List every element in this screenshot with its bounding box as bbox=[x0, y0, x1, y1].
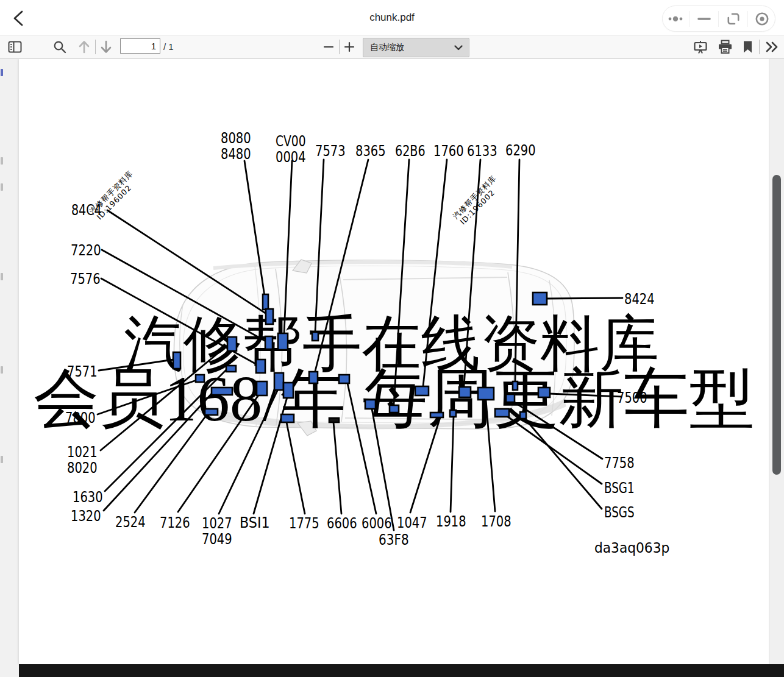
minus-icon bbox=[323, 41, 334, 52]
connector-box-6133 bbox=[459, 387, 471, 397]
label-8080-8480: 8480 bbox=[221, 145, 251, 163]
connector-box-1918 bbox=[450, 410, 456, 417]
connector-box-1630 bbox=[226, 366, 236, 372]
control-divider bbox=[747, 11, 748, 27]
close-circle-button[interactable] bbox=[750, 7, 774, 30]
minimize-button[interactable] bbox=[693, 7, 716, 30]
zoom-level-select[interactable]: 自动缩放 bbox=[363, 38, 469, 57]
bookmark-icon bbox=[743, 40, 753, 54]
zoom-level-value: 自动缩放 bbox=[363, 42, 454, 53]
label-1760: 1760 bbox=[433, 142, 464, 160]
previous-page-button[interactable] bbox=[76, 35, 93, 58]
label-6290: 6290 bbox=[505, 141, 536, 159]
label-84c4: 84C4 bbox=[71, 201, 102, 219]
connector-box-8365 bbox=[309, 372, 318, 383]
connector-box-6006 bbox=[339, 375, 349, 383]
page-count-label: / 1 bbox=[163, 35, 174, 58]
viewer-left-gutter bbox=[0, 59, 19, 677]
scrollbar-thumb[interactable] bbox=[772, 175, 781, 475]
more-tools-button[interactable] bbox=[763, 35, 781, 58]
double-chevron-right-icon bbox=[765, 41, 779, 52]
connector-box-2524 bbox=[205, 409, 218, 415]
pdf-toolbar: / 1 自动缩放 bbox=[0, 35, 784, 59]
label-1630: 1630 bbox=[73, 488, 103, 506]
presentation-icon bbox=[693, 40, 708, 54]
connector-box-7573 bbox=[312, 332, 318, 341]
find-button[interactable] bbox=[51, 35, 68, 58]
connector-box-7126 bbox=[257, 381, 267, 395]
label-2524: 2524 bbox=[115, 513, 146, 531]
next-page-button[interactable] bbox=[98, 35, 115, 58]
control-divider bbox=[718, 11, 719, 27]
pdf-viewer-window: { "window": { "title": "chunk.pdf", "con… bbox=[0, 0, 784, 677]
label-1918: 1918 bbox=[436, 512, 466, 530]
float-window-button[interactable] bbox=[722, 7, 745, 30]
arrow-up-icon bbox=[77, 40, 91, 54]
save-bookmark-button[interactable] bbox=[739, 35, 756, 58]
label-7500: 7500 bbox=[617, 389, 647, 406]
pdf-viewer-area: 汽修帮手在线资料库 会员168/年 每周更新车型 汽修帮手资料库 ID:1960… bbox=[0, 59, 784, 677]
zoom-in-button[interactable] bbox=[341, 35, 357, 58]
label-7758: 7758 bbox=[604, 454, 635, 472]
label-8080-8480: 8080 bbox=[221, 129, 251, 147]
label-6133: 6133 bbox=[467, 142, 497, 160]
connector-box-1047 bbox=[430, 413, 443, 417]
connector-box-62b6 bbox=[390, 405, 399, 413]
window-controls bbox=[662, 5, 775, 32]
connector-box-7500 bbox=[538, 388, 550, 397]
connector-box-1027-7049 bbox=[274, 373, 283, 390]
connector-box-7571 bbox=[173, 352, 180, 369]
label-63f8: 63F8 bbox=[379, 531, 409, 548]
label-figure-code: da3aq063p bbox=[594, 540, 669, 556]
connector-box-bsgs bbox=[520, 412, 526, 419]
connector-box-bsi1 bbox=[283, 383, 293, 398]
plus-icon bbox=[344, 41, 355, 52]
ellipsis-icon bbox=[668, 15, 683, 23]
label-7576: 7576 bbox=[70, 270, 101, 288]
presentation-mode-button[interactable] bbox=[692, 35, 709, 58]
connector-box-bsg1 bbox=[495, 409, 509, 417]
connector-box-8080-8480 bbox=[263, 294, 268, 310]
label-1027-7049: 1027 bbox=[202, 514, 232, 532]
sidebar-toggle-icon bbox=[8, 41, 22, 53]
label-8365: 8365 bbox=[355, 142, 386, 160]
more-options-button[interactable] bbox=[664, 7, 687, 30]
callout-line bbox=[546, 298, 622, 299]
edge-artifact bbox=[1, 456, 3, 463]
titlebar: chunk.pdf bbox=[0, 0, 784, 36]
viewer-bottom-bar bbox=[19, 664, 784, 677]
page-number-input[interactable] bbox=[120, 38, 160, 54]
label-1320: 1320 bbox=[71, 507, 101, 525]
connector-box-1760 bbox=[415, 386, 429, 395]
label-7800: 7800 bbox=[65, 409, 96, 427]
toolbar-divider bbox=[95, 40, 96, 54]
print-button[interactable] bbox=[716, 35, 734, 58]
wiring-location-diagram: 汽修帮手在线资料库 会员168/年 每周更新车型 汽修帮手资料库 ID:1960… bbox=[19, 59, 769, 664]
connector-box-63f8 bbox=[365, 400, 376, 409]
label-1047: 1047 bbox=[397, 514, 427, 531]
vertical-scrollbar[interactable] bbox=[769, 59, 784, 664]
toolbar-divider bbox=[339, 40, 340, 54]
label-bsi1: BSI1 bbox=[240, 514, 270, 531]
connector-box-8424 bbox=[533, 292, 547, 305]
connector-box-1320 bbox=[212, 388, 232, 395]
search-icon bbox=[53, 40, 66, 54]
label-6606: 6606 bbox=[327, 514, 357, 532]
toolbar-divider bbox=[759, 40, 760, 54]
connector-box-1708 bbox=[478, 388, 494, 400]
label-1021-8020: 1021 bbox=[67, 443, 98, 461]
edge-artifact bbox=[1, 183, 3, 191]
label-1775: 1775 bbox=[289, 514, 319, 532]
label-1027-7049: 7049 bbox=[202, 530, 232, 548]
connector-box-cv00-0004 bbox=[278, 333, 288, 350]
pdf-page: 汽修帮手在线资料库 会员168/年 每周更新车型 汽修帮手资料库 ID:1960… bbox=[19, 59, 769, 664]
edge-artifact bbox=[1, 69, 3, 76]
edge-artifact bbox=[1, 157, 3, 165]
edge-artifact bbox=[1, 366, 3, 374]
label-7126: 7126 bbox=[160, 514, 190, 531]
connector-box-1021-8020 bbox=[227, 337, 237, 351]
label-cv00-0004: CV00 bbox=[276, 132, 306, 150]
zoom-out-button[interactable] bbox=[321, 35, 337, 58]
toggle-sidebar-button[interactable] bbox=[6, 35, 23, 58]
connector-box-84c4 bbox=[266, 309, 273, 324]
